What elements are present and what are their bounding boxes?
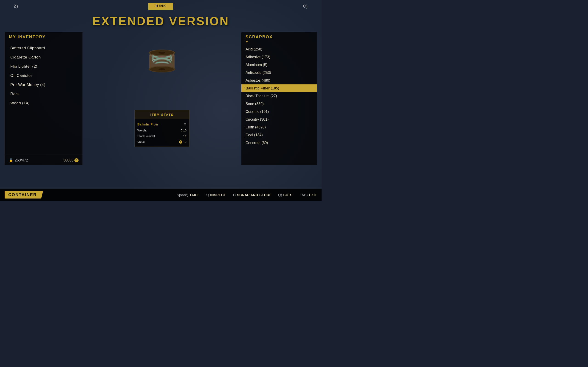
- scrap-store-key: T): [233, 193, 237, 197]
- inventory-footer: 🔒 268/472 38005 C: [5, 155, 83, 165]
- value-number: 12: [183, 140, 187, 144]
- item-stats-panel: ITEM STATS Ballistic Fiber ⚙ Weight 0.10…: [134, 110, 190, 147]
- sort-button[interactable]: Q) SORT: [278, 193, 293, 197]
- exit-button[interactable]: TAB) EXIT: [300, 193, 317, 197]
- center-area: ITEM STATS Ballistic Fiber ⚙ Weight 0.10…: [87, 32, 237, 165]
- stats-stack-weight-row: Stack Weight 11: [135, 133, 189, 139]
- stats-item-name: Ballistic Fiber: [137, 123, 158, 126]
- page-title-area: EXTENDED VERSION: [0, 12, 321, 32]
- scrap-store-label: SCRAP AND STORE: [237, 193, 271, 197]
- list-item[interactable]: Ceramic (101): [242, 108, 317, 116]
- exit-key: TAB): [300, 193, 309, 197]
- scrapbox-title: SCRAPBOX: [246, 35, 313, 40]
- stack-weight-label: Stack Weight: [137, 134, 155, 138]
- take-label: TAKE: [190, 193, 199, 197]
- inventory-list: Battered Clipboard Cigarette Carton Flip…: [5, 42, 82, 110]
- take-button[interactable]: Space) TAKE: [177, 193, 199, 197]
- lock-icon: 🔒: [9, 158, 13, 162]
- scrap-store-button[interactable]: T) SCRAP AND STORE: [233, 193, 272, 197]
- list-item[interactable]: Pre-War Money (4): [5, 80, 82, 90]
- value-label: Value: [137, 140, 145, 144]
- stats-title: ITEM STATS: [150, 113, 173, 117]
- inventory-panel: MY INVENTORY Battered Clipboard Cigarett…: [5, 32, 83, 165]
- inventory-title: MY INVENTORY: [9, 35, 78, 40]
- list-item[interactable]: Black Titanium (27): [242, 92, 317, 100]
- scrapbox-panel: SCRAPBOX ▼ Acid (258) Adhesive (173) Alu…: [241, 32, 317, 165]
- sort-label: SORT: [283, 193, 293, 197]
- take-key: Space): [177, 193, 190, 197]
- stats-content: Ballistic Fiber ⚙ Weight 0.10 Stack Weig…: [135, 119, 189, 147]
- exit-label: EXIT: [309, 193, 317, 197]
- list-item[interactable]: Rack: [5, 90, 82, 99]
- top-navigation: Z) JUNK C): [0, 0, 321, 12]
- list-item[interactable]: Concrete (69): [242, 139, 317, 147]
- value-caps-icon: C: [179, 140, 182, 144]
- list-item[interactable]: Bone (359): [242, 100, 317, 108]
- svg-point-14: [158, 68, 165, 70]
- capacity-value: 268/472: [15, 158, 28, 162]
- list-item[interactable]: Coal (134): [242, 131, 317, 139]
- caps-icon: C: [74, 158, 78, 162]
- scrapbox-list: Acid (258) Adhesive (173) Aluminum (5) A…: [242, 44, 317, 148]
- gear-icon[interactable]: ⚙: [183, 123, 187, 126]
- caps-display: 38005 C: [63, 158, 79, 162]
- inspect-button[interactable]: X) INSPECT: [205, 193, 226, 197]
- stats-value-row: Value C 12: [135, 139, 189, 145]
- list-item[interactable]: Flip Lighter (2): [5, 62, 82, 71]
- sort-key: Q): [278, 193, 283, 197]
- action-buttons: Space) TAKE X) INSPECT T) SCRAP AND STOR…: [177, 193, 317, 197]
- list-item[interactable]: Antiseptic (253): [242, 69, 317, 77]
- inspect-key: X): [205, 193, 210, 197]
- list-item[interactable]: Aluminum (5): [242, 61, 317, 69]
- scrapbox-arrow-icon: ▼: [242, 40, 317, 44]
- container-label: CONTAINER: [5, 191, 43, 199]
- weight-label: Weight: [137, 129, 147, 132]
- list-item[interactable]: Acid (258): [242, 45, 317, 53]
- list-item[interactable]: Adhesive (173): [242, 53, 317, 61]
- right-nav-key: C): [303, 4, 308, 9]
- stats-weight-row: Weight 0.10: [135, 127, 189, 133]
- list-item[interactable]: Wood (14): [5, 99, 82, 108]
- list-item[interactable]: Cloth (4398): [242, 123, 317, 131]
- stats-item-name-row: Ballistic Fiber ⚙: [135, 121, 189, 127]
- capacity-display: 🔒 268/472: [9, 158, 28, 162]
- list-item[interactable]: Cigarette Carton: [5, 53, 82, 62]
- left-nav-key: Z): [14, 4, 18, 9]
- list-item[interactable]: Asbestos (480): [242, 77, 317, 84]
- list-item[interactable]: Oil Canister: [5, 71, 82, 80]
- stack-weight-value: 11: [183, 134, 187, 138]
- bottom-bar: CONTAINER Space) TAKE X) INSPECT T) SCRA…: [0, 189, 321, 201]
- item-image: [144, 44, 180, 76]
- item-display: [139, 37, 185, 83]
- inspect-label: INSPECT: [210, 193, 226, 197]
- main-content: MY INVENTORY Battered Clipboard Cigarett…: [0, 32, 321, 165]
- page-title: EXTENDED VERSION: [0, 14, 321, 28]
- list-item-selected[interactable]: Ballistic Fiber (105): [242, 84, 317, 92]
- value-value: C 12: [179, 140, 187, 144]
- scrapbox-header: SCRAPBOX: [242, 32, 317, 40]
- list-item[interactable]: Battered Clipboard: [5, 44, 82, 53]
- svg-point-13: [158, 52, 165, 54]
- caps-value: 38005: [63, 158, 74, 162]
- weight-value: 0.10: [181, 129, 187, 132]
- list-item[interactable]: Circuitry (301): [242, 116, 317, 123]
- junk-tab[interactable]: JUNK: [148, 3, 173, 10]
- stats-header: ITEM STATS: [135, 110, 189, 119]
- inventory-header: MY INVENTORY: [5, 32, 82, 42]
